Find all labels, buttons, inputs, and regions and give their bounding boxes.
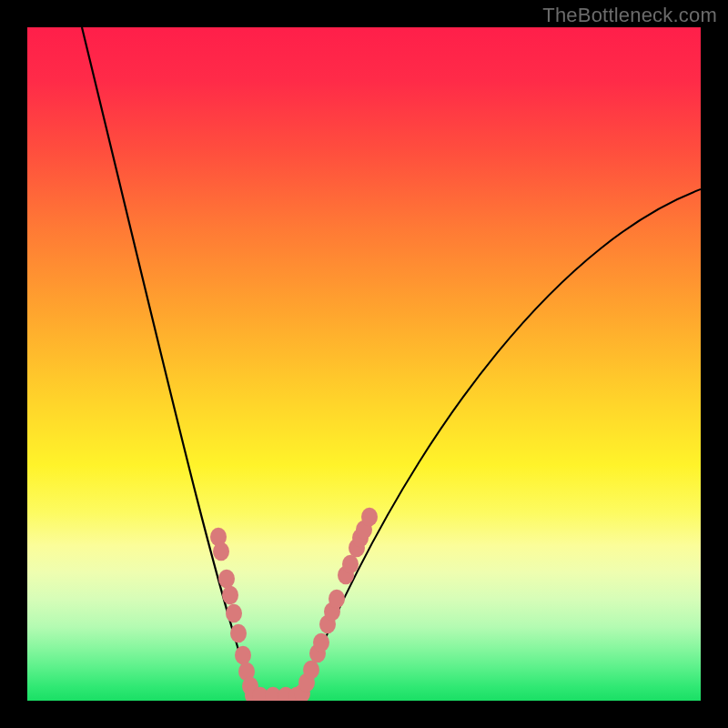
data-bead bbox=[303, 661, 319, 680]
data-bead bbox=[213, 542, 229, 561]
chart-frame bbox=[27, 27, 701, 701]
data-bead bbox=[222, 586, 238, 605]
curve-right bbox=[300, 189, 701, 696]
data-bead bbox=[226, 604, 242, 623]
data-bead bbox=[218, 570, 235, 589]
data-bead bbox=[230, 624, 247, 643]
data-bead bbox=[342, 555, 359, 574]
data-bead bbox=[361, 508, 378, 527]
data-bead bbox=[329, 590, 345, 609]
data-bead bbox=[313, 633, 329, 652]
chart-svg bbox=[27, 27, 701, 701]
data-bead bbox=[235, 646, 251, 665]
beads-group bbox=[210, 508, 378, 701]
watermark-text: TheBottleneck.com bbox=[542, 4, 717, 27]
